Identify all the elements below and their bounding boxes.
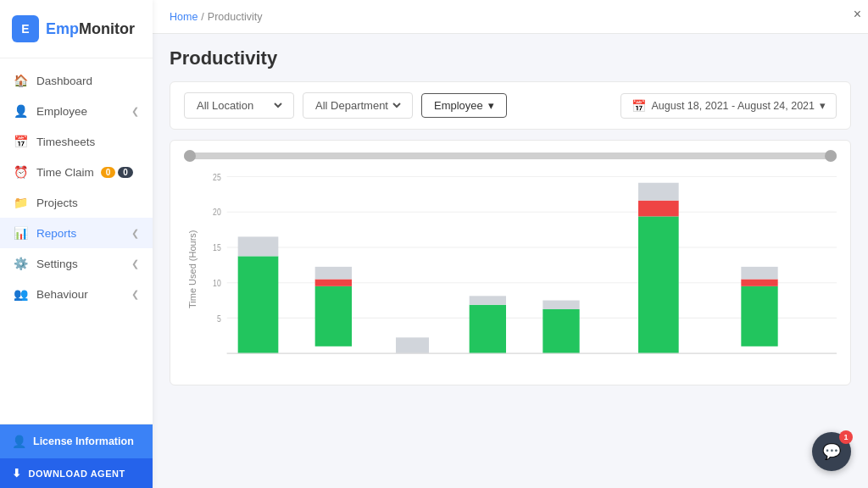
bar-green-7 — [741, 286, 777, 347]
dropdown-arrow-icon: ▾ — [488, 99, 494, 112]
chat-icon: 💬 — [822, 442, 841, 461]
sidebar-bottom: 👤 License Information ⬇ DOWNLOAD AGENT — [0, 424, 153, 488]
employee-filter-label: Employee — [434, 99, 483, 112]
date-range-label: August 18, 2021 - August 24, 2021 — [651, 100, 815, 112]
chart-slider[interactable] — [184, 152, 837, 159]
license-button[interactable]: 👤 License Information — [0, 424, 153, 458]
chart-container: Time Used (Hours) 25 20 15 10 — [170, 140, 851, 385]
breadcrumb-home[interactable]: Home — [170, 11, 198, 23]
bar-red-6 — [638, 201, 679, 217]
sidebar-item-reports[interactable]: 📊 Reports ❮ — [0, 218, 153, 248]
sidebar: E EmpMonitor 🏠 Dashboard 👤 Employee ❮ 📅 … — [0, 0, 153, 488]
breadcrumb-current: Productivity — [208, 11, 263, 23]
download-label: DOWNLOAD AGENT — [29, 469, 125, 479]
chat-bubble[interactable]: 💬 1 — [812, 432, 851, 471]
dashboard-icon: 🏠 — [14, 74, 28, 87]
sidebar-item-employee[interactable]: 👤 Employee ❮ — [0, 96, 153, 126]
employee-filter-button[interactable]: Employee ▾ — [421, 93, 507, 118]
bar-green-4 — [470, 305, 506, 353]
bar-gray-4 — [470, 296, 506, 304]
filter-bar: All Location All Department Employee ▾ 📅… — [170, 81, 851, 130]
bar-red-2 — [315, 279, 352, 286]
chart-area: Time Used (Hours) 25 20 15 10 — [184, 168, 837, 371]
sidebar-item-label: Behaviour — [36, 288, 88, 301]
department-select[interactable]: All Department — [312, 98, 403, 113]
download-agent-button[interactable]: ⬇ DOWNLOAD AGENT — [0, 458, 153, 488]
license-label: License Information — [33, 435, 134, 447]
bar-gray-6 — [638, 183, 679, 201]
bar-gray-3 — [396, 337, 429, 353]
badge-container: 0 0 — [101, 167, 133, 178]
logo: E EmpMonitor — [0, 0, 153, 58]
chart-svg-area: 25 20 15 10 5 — [198, 168, 837, 371]
sidebar-item-label: Reports — [36, 227, 76, 240]
location-select[interactable]: All Location — [193, 98, 285, 113]
bar-green-1 — [238, 256, 279, 353]
logo-text: EmpMonitor — [46, 20, 135, 38]
settings-icon: ⚙️ — [14, 257, 28, 270]
bar-green-6 — [638, 216, 679, 353]
sidebar-item-label: Timesheets — [36, 136, 95, 148]
chevron-icon: ❮ — [131, 258, 139, 269]
sidebar-item-label: Settings — [36, 258, 78, 270]
badge-2: 0 — [118, 167, 133, 178]
bar-chart: 25 20 15 10 5 — [198, 168, 837, 371]
sidebar-item-timesheets[interactable]: 📅 Timesheets — [0, 126, 153, 157]
chevron-icon: ❮ — [131, 106, 139, 117]
download-icon: ⬇ — [12, 467, 22, 480]
sidebar-item-settings[interactable]: ⚙️ Settings ❮ — [0, 248, 153, 279]
reports-icon: 📊 — [14, 226, 28, 240]
timesheets-icon: 📅 — [14, 135, 28, 148]
projects-icon: 📁 — [14, 196, 28, 209]
sidebar-item-dashboard[interactable]: 🏠 Dashboard — [0, 65, 153, 96]
sidebar-item-label: Dashboard — [36, 75, 92, 87]
bar-gray-5 — [542, 301, 579, 309]
page-title: Productivity — [170, 47, 851, 69]
svg-text:25: 25 — [213, 172, 221, 182]
svg-text:5: 5 — [217, 313, 221, 324]
department-filter[interactable]: All Department — [303, 92, 413, 119]
bar-green-5 — [542, 309, 579, 353]
bar-gray-2 — [315, 267, 352, 280]
svg-text:15: 15 — [213, 242, 221, 252]
main-content: Home / Productivity Productivity All Loc… — [153, 0, 868, 488]
date-dropdown-icon: ▾ — [820, 99, 826, 112]
close-button[interactable]: × — [854, 7, 861, 22]
breadcrumb-separator: / — [201, 11, 203, 23]
sidebar-item-label: Employee — [36, 105, 87, 118]
svg-text:20: 20 — [213, 208, 221, 218]
time-claim-icon: ⏰ — [14, 165, 28, 179]
date-range-filter[interactable]: 📅 August 18, 2021 - August 24, 2021 ▾ — [620, 93, 837, 119]
employee-icon: 👤 — [14, 104, 28, 118]
chat-badge: 1 — [839, 430, 853, 444]
slider-thumb-right[interactable] — [825, 150, 837, 162]
y-axis-label: Time Used (Hours) — [184, 168, 198, 371]
bar-gray-7 — [741, 267, 777, 280]
behaviour-icon: 👥 — [14, 287, 28, 301]
sidebar-item-projects[interactable]: 📁 Projects — [0, 187, 153, 218]
location-filter[interactable]: All Location — [184, 92, 294, 119]
chevron-icon: ❮ — [131, 289, 139, 300]
logo-icon: E — [12, 15, 39, 42]
sidebar-item-time-claim[interactable]: ⏰ Time Claim 0 0 — [0, 157, 153, 187]
sidebar-item-label: Time Claim — [36, 166, 94, 179]
slider-fill — [184, 152, 837, 159]
breadcrumb: Home / Productivity — [153, 0, 868, 34]
page-content: Productivity All Location All Department… — [153, 34, 868, 488]
license-icon: 👤 — [12, 435, 26, 448]
nav-menu: 🏠 Dashboard 👤 Employee ❮ 📅 Timesheets ⏰ … — [0, 58, 153, 424]
chevron-icon: ❮ — [131, 228, 139, 239]
badge-1: 0 — [101, 167, 116, 178]
sidebar-item-label: Projects — [36, 197, 78, 209]
calendar-icon: 📅 — [632, 99, 646, 113]
svg-text:10: 10 — [213, 278, 221, 288]
bar-red-7 — [741, 279, 777, 286]
bar-gray-1 — [238, 236, 279, 256]
slider-thumb-left[interactable] — [184, 150, 196, 162]
sidebar-item-behaviour[interactable]: 👥 Behaviour ❮ — [0, 279, 153, 309]
bar-green-2 — [315, 286, 352, 347]
